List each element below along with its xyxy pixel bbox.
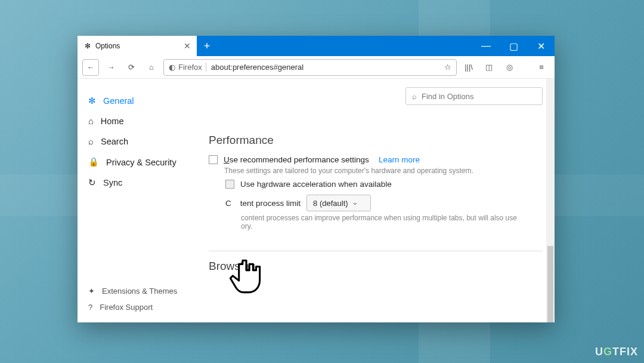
browser-tab-options[interactable]: ✻ Options ✕ <box>78 36 197 56</box>
content-area: ✻ General ⌂ Home ⌕ Search 🔒 Privacy & Se… <box>78 79 555 322</box>
url-text: about:preferences#general <box>211 63 304 72</box>
sidebar-item-label: Sync <box>103 178 122 187</box>
firefox-window: ✻ Options ✕ + — ▢ ✕ ← → ⟳ ⌂ ◐ Firefox <box>78 36 555 322</box>
maximize-button[interactable]: ▢ <box>500 36 527 56</box>
titlebar: ✻ Options ✕ + — ▢ ✕ <box>78 36 555 56</box>
sidebar-item-sync[interactable]: ↻ Sync <box>88 173 209 193</box>
home-icon: ⌂ <box>88 116 94 126</box>
find-in-options[interactable]: ⌕ Find in Options <box>405 87 543 105</box>
back-button[interactable]: ← <box>82 59 99 76</box>
sidebar-item-label: Home <box>101 116 124 126</box>
browsing-heading: Browsing <box>209 251 543 273</box>
search-icon: ⌕ <box>412 92 417 101</box>
main-panel: ⌕ Find in Options Performance Use recomm… <box>209 79 555 322</box>
puzzle-icon: ✦ <box>88 287 95 296</box>
learn-more-link[interactable]: Learn more <box>379 155 420 164</box>
performance-heading: Performance <box>209 134 543 147</box>
minimize-button[interactable]: — <box>472 36 500 56</box>
gear-icon: ✻ <box>88 96 96 106</box>
forward-button[interactable]: → <box>103 59 119 76</box>
help-icon: ? <box>88 303 92 312</box>
hw-accel-checkbox[interactable] <box>225 180 234 189</box>
window-controls: — ▢ ✕ <box>472 36 555 56</box>
process-limit-select[interactable]: 8 (default) <box>306 195 371 211</box>
sidebar-item-general[interactable]: ✻ General <box>88 91 209 111</box>
sidebar-toggle-button[interactable]: ◫ <box>481 59 497 76</box>
navbar: ← → ⟳ ⌂ ◐ Firefox about:preferences#gene… <box>78 56 555 79</box>
bookmark-star-icon[interactable]: ☆ <box>444 63 451 72</box>
process-limit-label: Content process limit <box>225 199 301 208</box>
sidebar-item-label: General <box>103 96 134 106</box>
scroll-thumb[interactable] <box>547 246 553 322</box>
library-button[interactable]: |||\ <box>460 59 477 76</box>
sync-icon: ↻ <box>88 178 96 187</box>
sidebar-item-extensions[interactable]: ✦ Extensions & Themes <box>88 283 209 299</box>
sidebar-item-label: Search <box>101 137 128 146</box>
recommended-hint: These settings are tailored to your comp… <box>224 167 543 175</box>
sidebar-item-search[interactable]: ⌕ Search <box>88 131 209 152</box>
process-limit-row: Content process limit 8 (default) <box>225 195 543 211</box>
recommended-checkbox[interactable] <box>209 155 218 164</box>
close-window-button[interactable]: ✕ <box>527 36 555 56</box>
scrollbar[interactable] <box>546 79 555 322</box>
menu-button[interactable]: ≡ <box>533 59 550 76</box>
sidebar-item-privacy[interactable]: 🔒 Privacy & Security <box>88 152 209 173</box>
preferences-sidebar: ✻ General ⌂ Home ⌕ Search 🔒 Privacy & Se… <box>78 79 209 322</box>
tab-label: Options <box>95 42 120 50</box>
new-tab-button[interactable]: + <box>197 36 217 56</box>
firefox-badge: ◐ Firefox <box>169 63 206 72</box>
firefox-icon: ◐ <box>169 63 175 72</box>
sidebar-item-label: Privacy & Security <box>106 158 177 167</box>
search-placeholder: Find in Options <box>422 92 473 101</box>
search-icon: ⌕ <box>88 137 94 146</box>
account-button[interactable]: ◎ <box>501 59 518 76</box>
recommended-settings-row[interactable]: Use recommended performance settings Lea… <box>209 155 543 164</box>
watermark: UGTFIX <box>595 346 638 358</box>
hw-accel-row[interactable]: Use hardware acceleration when available <box>225 180 543 189</box>
lock-icon: 🔒 <box>88 157 99 167</box>
gear-icon: ✻ <box>85 42 91 50</box>
reload-button[interactable]: ⟳ <box>123 59 140 76</box>
sidebar-item-label: Firefox Support <box>100 303 153 312</box>
process-limit-hint: content processes can improve performanc… <box>241 214 543 230</box>
home-button[interactable]: ⌂ <box>143 59 160 76</box>
close-tab-icon[interactable]: ✕ <box>184 41 191 51</box>
sidebar-item-support[interactable]: ? Firefox Support <box>88 299 209 315</box>
sidebar-item-label: Extensions & Themes <box>102 287 177 296</box>
url-bar[interactable]: ◐ Firefox about:preferences#general ☆ <box>163 59 457 76</box>
sidebar-item-home[interactable]: ⌂ Home <box>88 111 209 131</box>
